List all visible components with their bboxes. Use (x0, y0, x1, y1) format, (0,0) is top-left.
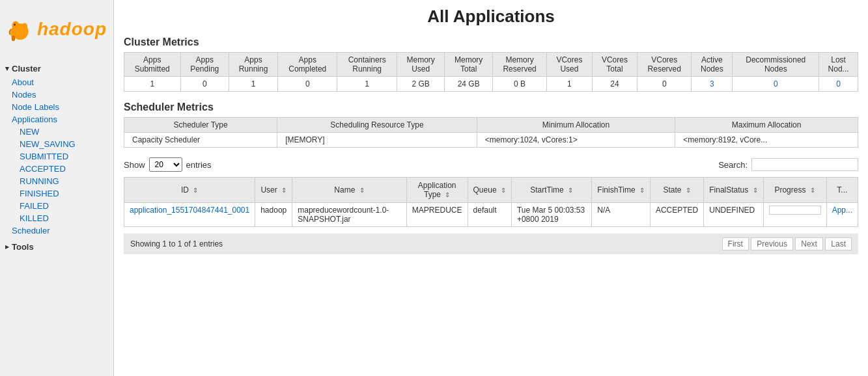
col-scheduler-type: Scheduler Type (124, 118, 277, 133)
sidebar-item-about[interactable]: About (5, 76, 108, 88)
val-active-nodes[interactable]: 3 (692, 77, 733, 92)
sidebar-item-submitted[interactable]: SUBMITTED (5, 150, 108, 163)
cell-user: hadoop (255, 203, 292, 227)
val-apps-submitted: 1 (124, 77, 181, 92)
val-vcores-reserved: 0 (637, 77, 692, 92)
col-memory-used: MemoryUsed (397, 53, 445, 77)
search-input[interactable] (751, 158, 858, 171)
sidebar-item-finished[interactable]: FINISHED (5, 187, 108, 200)
state-sort-icon: ⇕ (686, 187, 691, 194)
sidebar-item-killed[interactable]: KILLED (5, 212, 108, 224)
col-active-nodes: ActiveNodes (692, 53, 733, 77)
sidebar-item-node-labels[interactable]: Node Labels (5, 101, 108, 113)
show-entries-left: Show 10 20 25 50 100 entries (124, 157, 212, 172)
cluster-metrics-table: AppsSubmitted AppsPending AppsRunning Ap… (124, 52, 858, 92)
col-apps-running: AppsRunning (229, 53, 277, 77)
show-label: Show (124, 160, 145, 170)
sidebar-item-failed[interactable]: FAILED (5, 200, 108, 212)
col-app-type[interactable]: ApplicationType ⇕ (406, 178, 468, 203)
cell-final-status: UNDEFINED (704, 203, 763, 227)
col-vcores-used: VCoresUsed (547, 53, 592, 77)
val-apps-completed: 0 (278, 77, 337, 92)
sidebar-item-running[interactable]: RUNNING (5, 175, 108, 187)
val-vcores-total: 24 (592, 77, 637, 92)
showing-footer: Showing 1 to 1 of 1 entries First Previo… (124, 234, 858, 254)
col-apps-completed: AppsCompleted (278, 53, 337, 77)
pagination-controls: First Previous Next Last (722, 237, 852, 250)
cell-finish-time: N/A (592, 203, 651, 227)
val-lost-nodes[interactable]: 0 (819, 77, 858, 92)
cell-name: mapreducewordcount-1.0-SNAPSHOT.jar (292, 203, 407, 227)
name-sort-icon: ⇕ (359, 187, 365, 194)
val-minimum-allocation: <memory:1024, vCores:1> (477, 133, 675, 148)
finish-sort-icon: ⇕ (639, 187, 645, 194)
col-containers-running: ContainersRunning (337, 53, 397, 77)
val-memory-used: 2 GB (397, 77, 445, 92)
hadoop-elephant-icon (7, 13, 34, 46)
hadoop-logo-text: hadoop (37, 19, 107, 40)
previous-btn[interactable]: Previous (751, 237, 793, 250)
user-sort-icon: ⇕ (281, 187, 287, 194)
final-sort-icon: ⇕ (753, 187, 758, 194)
col-start-time[interactable]: StartTime ⇕ (511, 178, 591, 203)
cluster-metrics-title: Cluster Metrics (124, 36, 858, 48)
col-apps-pending: AppsPending (180, 53, 229, 77)
col-tracking-ui[interactable]: T... (826, 178, 858, 203)
sidebar-item-new[interactable]: NEW (5, 126, 108, 138)
search-box: Search: (718, 158, 858, 171)
col-decommissioned-nodes: DecommissionedNodes (733, 53, 819, 77)
cell-queue: default (468, 203, 511, 227)
show-entries-bar: Show 10 20 25 50 100 entries Search: (124, 157, 858, 172)
col-user[interactable]: User ⇕ (255, 178, 292, 203)
sidebar: hadoop Cluster About Nodes Node Labels A… (0, 0, 114, 376)
sidebar-item-applications[interactable]: Applications (5, 113, 108, 126)
cell-progress (763, 203, 826, 227)
svg-point-4 (12, 36, 16, 41)
col-finish-time[interactable]: FinishTime ⇕ (592, 178, 651, 203)
queue-sort-icon: ⇕ (501, 187, 506, 194)
col-memory-total: MemoryTotal (445, 53, 493, 77)
sidebar-item-accepted[interactable]: ACCEPTED (5, 163, 108, 175)
last-btn[interactable]: Last (825, 237, 852, 250)
val-apps-running: 1 (229, 77, 277, 92)
tools-section-toggle[interactable]: Tools (0, 239, 113, 254)
val-decommissioned-nodes[interactable]: 0 (733, 77, 819, 92)
svg-point-5 (14, 24, 16, 26)
cell-state: ACCEPTED (650, 203, 703, 227)
table-row: application_1551704847441_0001 hadoop ma… (124, 203, 858, 227)
id-sort-icon: ⇕ (193, 187, 198, 194)
val-vcores-used: 1 (547, 77, 592, 92)
svg-point-2 (22, 23, 27, 30)
col-vcores-total: VCoresTotal (592, 53, 637, 77)
col-memory-reserved: MemoryReserved (492, 53, 546, 77)
val-memory-reserved: 0 B (492, 77, 546, 92)
col-scheduling-resource-type: Scheduling Resource Type (277, 118, 477, 133)
col-vcores-reserved: VCoresReserved (637, 53, 692, 77)
val-maximum-allocation: <memory:8192, vCore... (675, 133, 858, 148)
val-containers-running: 1 (337, 77, 397, 92)
start-sort-icon: ⇕ (568, 187, 573, 194)
sidebar-item-scheduler[interactable]: Scheduler (5, 224, 108, 237)
col-queue[interactable]: Queue ⇕ (468, 178, 511, 203)
col-minimum-allocation: Minimum Allocation (477, 118, 675, 133)
col-final-status[interactable]: FinalStatus ⇕ (704, 178, 763, 203)
next-btn[interactable]: Next (795, 237, 823, 250)
col-name[interactable]: Name ⇕ (292, 178, 407, 203)
showing-text: Showing 1 to 1 of 1 entries (130, 239, 223, 248)
sidebar-item-new-saving[interactable]: NEW_SAVING (5, 138, 108, 150)
col-id[interactable]: ID ⇕ (124, 178, 255, 203)
sidebar-item-nodes[interactable]: Nodes (5, 88, 108, 101)
cell-tracking-ui[interactable]: App... (826, 203, 858, 227)
scheduler-metrics-title: Scheduler Metrics (124, 101, 858, 113)
col-state[interactable]: State ⇕ (650, 178, 703, 203)
col-apps-submitted: AppsSubmitted (124, 53, 181, 77)
cluster-section-toggle[interactable]: Cluster (5, 61, 108, 76)
type-sort-icon: ⇕ (445, 191, 450, 198)
first-btn[interactable]: First (722, 237, 749, 250)
entries-count-select[interactable]: 10 20 25 50 100 (149, 157, 182, 172)
cell-id[interactable]: application_1551704847441_0001 (124, 203, 255, 227)
applications-table: ID ⇕ User ⇕ Name ⇕ ApplicationType ⇕ Que… (124, 177, 858, 227)
col-progress[interactable]: Progress ⇕ (763, 178, 826, 203)
search-label: Search: (718, 160, 748, 170)
cell-start-time: Tue Mar 5 00:03:53 +0800 2019 (511, 203, 591, 227)
